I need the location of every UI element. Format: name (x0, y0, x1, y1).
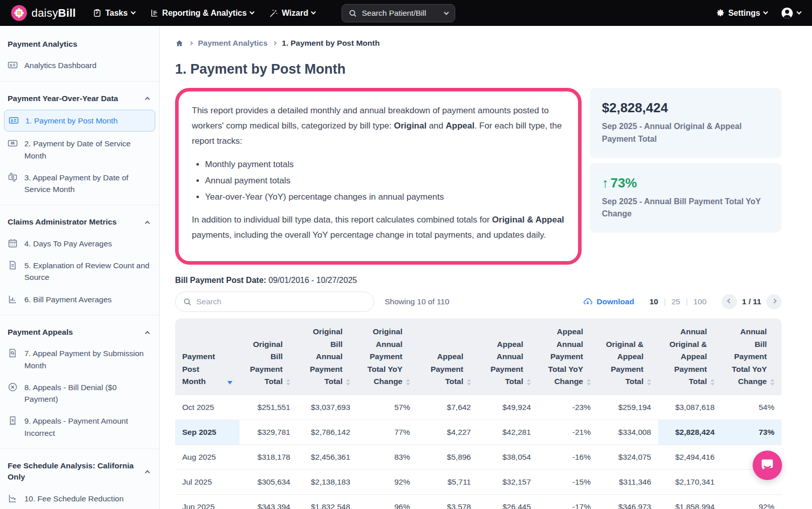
cell-value: 92% (357, 470, 417, 495)
description-paragraph-1: This report provides a detailed monthly … (192, 103, 565, 149)
top-nav: daisyBill Tasks Reporting & Analytics Wi… (0, 0, 812, 26)
page-size-10[interactable]: 10 (650, 297, 658, 306)
cell-value: $2,786,142 (297, 420, 357, 445)
column-header-appeal-payment-total[interactable]: Appeal Payment Total (417, 319, 478, 395)
nav-settings[interactable]: Settings (716, 9, 767, 18)
sidebar-item-eor-count-source[interactable]: 5. Explanation of Review Count and Sourc… (0, 254, 159, 289)
search-icon (349, 9, 357, 18)
column-header-appeal-annual-payment-total[interactable]: Appeal Annual Payment Total (478, 319, 538, 395)
search-input[interactable] (196, 297, 366, 306)
cell-value: $251,551 (240, 395, 297, 420)
brand-logo-group[interactable]: daisyBill (11, 5, 76, 21)
bill-payment-post-date: Bill Payment Post Date: 09/01/2016 - 10/… (175, 276, 782, 285)
cell-value: 83% (357, 445, 417, 470)
patient-bill-search[interactable]: Search Patient/Bill (342, 4, 455, 22)
column-header-annual-original-appeal-payment-total[interactable]: Annual Original & Appeal Payment Total (658, 319, 722, 395)
table-row: Jul 2025 $305,634 $2,138,183 92% $5,711 … (175, 470, 782, 495)
cell-value: $1,858,994 (658, 495, 722, 509)
table-row: Oct 2025 $251,551 $3,037,693 57% $7,642 … (175, 395, 782, 420)
sidebar-item-appeal-payment-by-dos-month[interactable]: 3. Appeal Payment by Date of Service Mon… (0, 167, 159, 201)
sidebar-item-payment-by-dos-month[interactable]: 2. Payment by Date of Service Month (0, 133, 159, 167)
column-header-original-annual-yoy-change[interactable]: Original Annual Payment Total YoY Change (357, 319, 417, 395)
breadcrumb-separator-icon (273, 41, 277, 45)
nav-tasks[interactable]: Tasks (93, 9, 134, 18)
showing-count: Showing 10 of 110 (385, 297, 449, 306)
summary-card-label: Sep 2025 - Annual Bill Payment Total YoY… (602, 196, 769, 221)
cell-value: $4,227 (417, 420, 478, 445)
sort-descending-icon (227, 381, 232, 385)
sidebar-item-bill-payment-averages[interactable]: 6. Bill Payment Averages (0, 289, 159, 310)
cell-value: -23% (538, 395, 598, 420)
svg-text:$: $ (10, 63, 12, 68)
column-header-original-bill-annual-payment-total[interactable]: Original Bill Annual Payment Total (297, 319, 357, 395)
sort-icon (527, 379, 531, 388)
download-button[interactable]: Download (583, 297, 634, 307)
brand-name: daisyBill (31, 7, 76, 20)
sidebar-item-appeals-payment-amount-incorrect[interactable]: $ 9. Appeals - Payment Amount Incorrect (0, 410, 159, 444)
sidebar-item-payment-by-post-month[interactable]: $ 1. Payment by Post Month (4, 110, 155, 132)
chevron-down-icon (130, 10, 136, 15)
breadcrumb: Payment Analytics 1. Payment by Post Mon… (175, 39, 782, 48)
payment-by-post-month-table: Payment Post Month Original Bill Payment… (175, 319, 782, 509)
description-paragraph-2: In addition to individual bill type data… (192, 212, 565, 243)
home-icon[interactable] (175, 39, 184, 48)
sidebar-heading-payment-yoy[interactable]: Payment Year-Over-Year Data (0, 86, 159, 109)
sidebar-item-appeals-bill-denial[interactable]: 8. Appeals - Bill Denial ($0 Payment) (0, 376, 159, 410)
pagination: 1 / 11 (722, 294, 782, 309)
cell-month: Jul 2025 (175, 470, 240, 495)
summary-card-value: ↑73% (602, 175, 769, 191)
sidebar-item-days-to-pay-averages[interactable]: 4. Days To Pay Averages (0, 233, 159, 254)
divider (0, 449, 159, 449)
cell-value: -17% (538, 495, 598, 509)
sidebar-item-appeal-payment-by-submission-month[interactable]: 7. Appeal Payment by Submission Month (0, 342, 159, 376)
sidebar-heading-claims-admin-metrics[interactable]: Claims Administrator Metrics (0, 210, 159, 232)
chevron-up-icon (145, 97, 150, 102)
sidebar-heading-payment-appeals[interactable]: Payment Appeals (0, 320, 159, 342)
cell-value-highlighted: 73% (722, 420, 782, 445)
sidebar: Payment Analytics $ Analytics Dashboard … (0, 26, 160, 509)
nav-wizard[interactable]: Wizard (269, 9, 315, 18)
document-icon (8, 260, 18, 270)
sort-icon (710, 379, 715, 388)
column-header-payment-post-month[interactable]: Payment Post Month (175, 319, 240, 395)
column-header-original-appeal-payment-total[interactable]: Original & Appeal Payment Total (598, 319, 658, 395)
page-size-100[interactable]: 100 (693, 297, 706, 306)
breadcrumb-payment-analytics[interactable]: Payment Analytics (198, 39, 267, 48)
cell-value: $305,634 (240, 470, 297, 495)
chart-trend-down-icon (8, 493, 18, 503)
search-icon (183, 298, 192, 306)
previous-page-button[interactable] (722, 294, 737, 309)
cell-value: $346,973 (598, 495, 658, 509)
nav-account[interactable] (781, 7, 801, 20)
sort-icon (406, 379, 410, 388)
sidebar-heading-fee-schedule-analysis[interactable]: Fee Schedule Analysis: California Only (0, 454, 159, 488)
column-header-original-bill-payment-total[interactable]: Original Bill Payment Total (240, 319, 297, 395)
table-search (175, 292, 374, 312)
sort-icon (346, 379, 350, 388)
page-indicator: 1 / 11 (742, 297, 761, 306)
report-chart-icon (150, 9, 159, 17)
column-header-annual-bill-payment-yoy-change[interactable]: Annual Bill Payment Total YoY Change (722, 319, 782, 395)
invoice-dollar-icon: $ (8, 416, 18, 426)
chat-widget-button[interactable] (753, 451, 782, 480)
cell-value: $26,445 (478, 495, 538, 509)
cell-value: $3,087,618 (658, 395, 722, 420)
page-size-25[interactable]: 25 (671, 297, 680, 306)
next-page-button[interactable] (766, 294, 782, 309)
cell-value: $329,781 (240, 420, 297, 445)
sidebar-item-fee-schedule-reduction[interactable]: 10. Fee Schedule Reduction (0, 488, 159, 509)
chevron-down-icon (311, 10, 316, 15)
sort-icon (467, 379, 471, 388)
cell-value: $49,924 (478, 395, 538, 420)
nav-reporting-analytics[interactable]: Reporting & Analytics (150, 9, 254, 18)
sidebar-item-analytics-dashboard[interactable]: $ Analytics Dashboard (0, 54, 159, 76)
cell-value: $2,456,361 (297, 445, 357, 470)
table-row-highlighted: Sep 2025 $329,781 $2,786,142 77% $4,227 … (175, 420, 782, 445)
cell-value: $32,157 (478, 470, 538, 495)
cell-month: Aug 2025 (175, 445, 240, 470)
chevron-down-icon (444, 10, 449, 15)
cell-value: $5,896 (417, 445, 478, 470)
column-header-appeal-annual-yoy-change[interactable]: Appeal Annual Payment Total YoY Change (538, 319, 598, 395)
calendar-icon (8, 238, 18, 248)
page-size-divider: | (686, 297, 688, 306)
